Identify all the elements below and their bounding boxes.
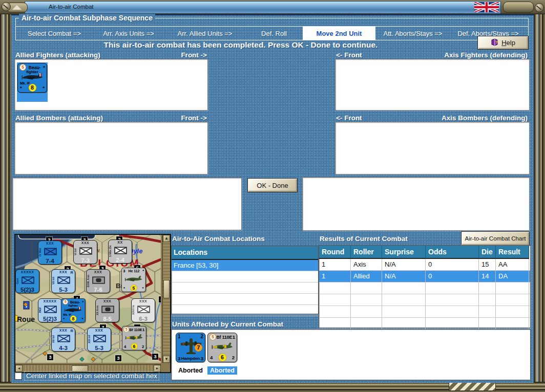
location-row (172, 271, 318, 282)
results-cell (351, 318, 382, 329)
hex-stack-count: 3 (47, 354, 53, 360)
results-cell (426, 294, 479, 306)
locations-listbox[interactable]: Locations France [53, 30] (171, 246, 319, 314)
app-window: Air-to-air Combat Air-to-air Combat Subp… (0, 0, 545, 392)
combat-chart-button[interactable]: Air-to-air Combat Chart (461, 231, 530, 246)
right-misc-box[interactable] (302, 177, 530, 231)
results-cell: Axis (351, 259, 382, 270)
unit-counter-bf-110e[interactable]: 5Bf 110E1462 (122, 326, 146, 351)
ok-done-button[interactable]: OK - Done (247, 178, 298, 192)
map-unit-xii-arm-8-5[interactable]: XXXXII Arm8-5 (95, 298, 119, 322)
vertical-scroll-thumb[interactable] (163, 280, 170, 298)
map-unit-xiii-inf-5-3[interactable]: XXXXIII Inf5-3 (87, 328, 111, 352)
status-message: This air-to-air combat has been complete… (15, 40, 466, 50)
help-button[interactable]: ? Help (477, 36, 529, 50)
affected-unit-slot: 1273Hampden3Aborted (176, 333, 205, 362)
results-cell (382, 294, 426, 306)
subphase-legend: Air-to-air Combat Subphase Sequence (19, 14, 155, 22)
map-unit-xxvi-in-6-3[interactable]: XXXXXVI In6-3 (131, 298, 155, 322)
scrollbar-corner (163, 365, 170, 372)
unit-counter-he-112[interactable]: 3He 112**5* (121, 268, 146, 292)
results-row[interactable]: 1AlliedN/A014DA (319, 271, 530, 282)
center-map-checkbox[interactable] (14, 372, 22, 380)
results-cell: N/A (382, 259, 426, 270)
results-table[interactable]: RoundRollerSurpriseOddsDieResult 1AxisN/… (319, 245, 531, 328)
results-cell (382, 318, 426, 329)
subphase-arr-axis-units[interactable]: Arr. Axis Units => (93, 27, 164, 40)
scroll-right-icon[interactable]: ► (154, 365, 161, 372)
horizontal-scroll-thumb[interactable] (72, 365, 88, 372)
map-vertical-scrollbar[interactable]: ▲ ▼ (162, 235, 170, 363)
results-cell (319, 294, 351, 306)
affected-unit-slot: 5Bf 110E1462Aborted (207, 333, 237, 362)
results-cell: 1 (319, 259, 351, 270)
map-unit-vii-inf-5-3[interactable]: XXXRVII Inf5-3 (51, 269, 75, 293)
subphase-att-aborts-stays[interactable]: Att. Aborts/Stays => (375, 27, 450, 40)
window-right-frame (534, 14, 545, 382)
axis-fighters-box[interactable] (335, 59, 530, 111)
window-left-frame (0, 14, 11, 382)
axis-bombers-front-label: <- Front (336, 114, 362, 122)
map-unit-bef-5-2-3[interactable]: XXXXXBEF5(2)3 (38, 298, 62, 322)
frame-stripe-decoration (449, 382, 496, 391)
linked-map-panel: AntwDyleBELGIUMBrusselsRoue 232235443233… (14, 234, 171, 373)
axis-bombers-box[interactable] (335, 122, 530, 175)
results-col-round: Round (319, 246, 351, 259)
results-cell: DA (496, 271, 529, 282)
combat-map[interactable]: AntwDyleBELGIUMBrusselsRoue 232235443233… (15, 235, 161, 363)
axis-fighters-title: Axis Fighters (defending) (444, 51, 528, 59)
dialog-body: Air-to-air Combat Subphase Sequence Sele… (11, 14, 534, 383)
results-cell (426, 318, 479, 329)
results-rows: 1AxisN/A015AA1AlliedN/A014DA (319, 259, 530, 330)
unit-counter-hampden[interactable]: 1273Hampden3 (176, 333, 205, 362)
results-row[interactable]: 1AxisN/A015AA (319, 259, 530, 271)
results-row (319, 306, 530, 318)
window-title: Air-to-air Combat (49, 4, 94, 10)
map-horizontal-scrollbar[interactable]: ◄ ► (15, 364, 161, 372)
unit-counter-beau[interactable]: 5Beau-*fighterMk. IF*8* (17, 63, 47, 93)
results-col-odds: Odds (426, 246, 479, 259)
results-col-result: Result (496, 246, 529, 259)
allied-bombers-label-row: Allied Bombers (attacking) Front -> (15, 114, 207, 122)
hex-stack-count: 4 (159, 296, 161, 302)
subphase-arr-allied-units[interactable]: Arr. Allied Units => (164, 27, 245, 40)
map-unit-dak-arm-7-6[interactable]: XXXDAK Arm7-6 (86, 269, 110, 293)
unit-counter-beau[interactable]: 5Beau-*fighterMk. IF*8* (61, 298, 86, 323)
affected-unit-status[interactable]: Aborted (207, 366, 237, 375)
map-unit-xii-inf-4-3[interactable]: XXXRXII Inf4-3 (51, 328, 75, 352)
scroll-up-icon[interactable]: ▲ (163, 235, 170, 242)
affected-unit-status[interactable]: Aborted (176, 366, 205, 375)
results-row (319, 282, 530, 294)
map-unit-iv-mot-7-4[interactable]: XXXIV Mot7-4 (38, 241, 62, 265)
location-row[interactable]: France [53, 30] (172, 260, 318, 271)
location-row (172, 282, 318, 294)
axis-fighters-label-row: <- Front Axis Fighters (defending) (336, 51, 528, 59)
map-unit-vi-inf-7-3[interactable]: XXXVI Inf7-3 (73, 240, 97, 264)
map-unit-5-mtn-dv-2-4[interactable]: XX5 Mtn Dv2-4 (108, 239, 132, 264)
affected-units-title: Units Affected by Current Combat (172, 320, 283, 328)
results-cell: 0 (426, 259, 479, 270)
results-cell (382, 282, 426, 294)
allied-bombers-box[interactable] (14, 122, 208, 175)
uk-flag-icon (474, 2, 499, 12)
subphase-select-combat[interactable]: Select Combat => (16, 27, 93, 40)
help-book-icon: ? (491, 38, 498, 48)
subphase-def-roll[interactable]: Def. Roll (245, 27, 303, 40)
hex-stack-count: 3 (115, 355, 121, 361)
scroll-down-icon[interactable]: ▼ (163, 356, 170, 363)
allied-fighters-box[interactable]: 5Beau-*fighterMk. IF*8* (14, 59, 208, 111)
affected-units-list: 1273Hampden3Aborted5Bf 110E1462Aborted (172, 330, 530, 380)
selected-fighter-stack[interactable]: 5Beau-*fighterMk. IF*8* (17, 62, 48, 102)
map-air-unit-wrap: 3He 112**5* (121, 268, 146, 292)
results-cell (479, 282, 496, 294)
subphase-move-2nd-unit[interactable]: Move 2nd Unit (303, 27, 375, 40)
results-cell (319, 306, 351, 317)
center-map-checkbox-label[interactable]: Center linked map on selected combat hex (25, 372, 158, 380)
scroll-left-icon[interactable]: ◄ (15, 365, 23, 372)
results-title: Results of Current Combat (320, 235, 408, 243)
map-unit-gort-5-2-3[interactable]: XXXXXGort5(2)3 (15, 269, 39, 293)
left-misc-box[interactable] (12, 178, 242, 230)
results-cell (351, 282, 382, 294)
unit-counter-bf-110e[interactable]: 5Bf 110E1462 (207, 333, 237, 362)
results-cell: 1 (319, 271, 351, 282)
